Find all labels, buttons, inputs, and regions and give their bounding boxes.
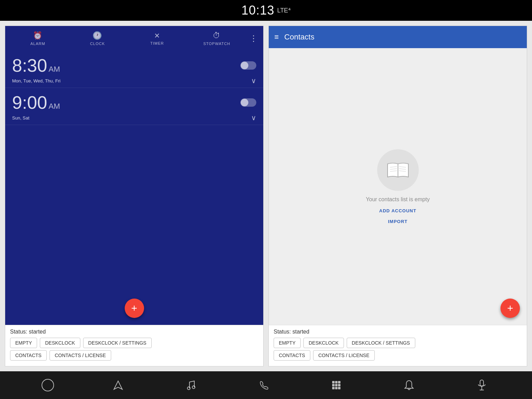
alarm-tab-icon: ⏰ xyxy=(33,31,43,40)
svg-rect-15 xyxy=(332,387,335,389)
alarm-toggle-1[interactable] xyxy=(240,61,256,70)
clock-status: Status: started xyxy=(10,329,258,335)
more-options-button[interactable]: ⋮ xyxy=(247,34,260,43)
contacts-menu-icon[interactable]: ≡ xyxy=(274,33,279,42)
svg-marker-6 xyxy=(114,381,122,389)
clock-btn-contacts-license[interactable]: CONTACTS / LICENSE xyxy=(50,350,111,361)
alarm-days-1: Mon, Tue, Wed, Thu, Fri xyxy=(12,78,61,83)
svg-rect-14 xyxy=(338,384,340,387)
alarm-toggle-knob-2 xyxy=(241,99,248,106)
clock-tab-icon: 🕐 xyxy=(92,31,102,40)
timer-tab-label: TIMER xyxy=(150,41,164,45)
alarm-ampm-2: AM xyxy=(48,102,60,110)
stopwatch-tab-icon: ⏱ xyxy=(213,31,221,40)
stopwatch-tab-label: STOPWATCH xyxy=(203,42,230,46)
contacts-empty-icon xyxy=(377,149,419,191)
contacts-title: Contacts xyxy=(284,33,314,42)
contacts-empty-message: Your contacts list is empty xyxy=(366,196,429,203)
contacts-status: Status: started xyxy=(274,329,522,335)
tab-clock[interactable]: 🕐 CLOCK xyxy=(68,28,127,48)
add-alarm-fab[interactable]: + xyxy=(125,299,144,318)
phone-icon[interactable] xyxy=(255,376,272,394)
open-book-icon xyxy=(386,160,410,180)
svg-rect-16 xyxy=(335,387,338,389)
contacts-btn-contacts-license[interactable]: CONTACTS / LICENSE xyxy=(313,350,375,361)
main-content: ⏰ ALARM 🕐 CLOCK ✕ TIMER ⏱ STOPWATCH ⋮ xyxy=(0,21,532,371)
alarm-time-1: 8:30AM xyxy=(12,56,60,74)
mic-icon[interactable] xyxy=(473,376,490,394)
alarm-tab-label: ALARM xyxy=(30,42,45,46)
contacts-btn-deskclock[interactable]: DESKCLOCK xyxy=(303,338,344,348)
clock-panel-bottom: Status: started EMPTY DESKCLOCK DESKCLOC… xyxy=(5,325,263,366)
alarm-ampm-1: AM xyxy=(48,65,60,73)
contacts-btn-deskclock-settings[interactable]: DESKCLOCK / SETTINGS xyxy=(347,338,415,348)
add-account-button[interactable]: ADD ACCOUNT xyxy=(379,208,416,213)
svg-rect-9 xyxy=(332,381,335,383)
status-bar: 10:13 LTE⁴ xyxy=(0,0,532,21)
alarm-expand-2[interactable]: ∨ xyxy=(251,114,256,122)
contacts-header: ≡ Contacts xyxy=(269,26,527,48)
contacts-panel-bottom: Status: started EMPTY DESKCLOCK DESKCLOC… xyxy=(269,325,527,366)
clock-tabs: ⏰ ALARM 🕐 CLOCK ✕ TIMER ⏱ STOPWATCH ⋮ xyxy=(5,26,263,51)
svg-rect-18 xyxy=(480,380,484,386)
svg-rect-13 xyxy=(335,384,338,387)
svg-rect-10 xyxy=(335,381,338,383)
svg-rect-12 xyxy=(332,384,335,387)
import-button[interactable]: IMPORT xyxy=(388,219,408,224)
alarm-toggle-knob-1 xyxy=(241,62,248,69)
status-signal: LTE⁴ xyxy=(277,7,291,14)
alarm-days-2: Sun, Sat xyxy=(12,115,29,121)
svg-rect-17 xyxy=(338,387,340,389)
contacts-btn-contacts[interactable]: CONTACTS xyxy=(274,350,310,361)
alarm-time-2: 9:00AM xyxy=(12,94,60,112)
tab-alarm[interactable]: ⏰ ALARM xyxy=(8,28,68,48)
alarm-item-1[interactable]: 8:30AM Mon, Tue, Wed, Thu, Fri ∨ xyxy=(5,51,263,88)
contacts-btn-empty[interactable]: EMPTY xyxy=(274,338,301,348)
tab-stopwatch[interactable]: ⏱ STOPWATCH xyxy=(187,28,247,48)
status-time: 10:13 xyxy=(241,3,274,18)
grid-icon[interactable] xyxy=(328,376,345,394)
tab-timer[interactable]: ✕ TIMER xyxy=(127,29,187,48)
svg-rect-11 xyxy=(338,381,340,383)
navigate-icon[interactable] xyxy=(109,376,127,394)
contacts-button-row-2: CONTACTS CONTACTS / LICENSE xyxy=(274,350,522,361)
clock-btn-deskclock[interactable]: DESKCLOCK xyxy=(40,338,80,348)
clock-btn-deskclock-settings[interactable]: DESKCLOCK / SETTINGS xyxy=(83,338,152,348)
timer-tab-icon: ✕ xyxy=(154,32,160,40)
contacts-panel: ≡ Contacts xyxy=(268,26,527,366)
clock-body: 8:30AM Mon, Tue, Wed, Thu, Fri ∨ 9:00AM xyxy=(5,51,263,325)
contacts-body: Your contacts list is empty ADD ACCOUNT … xyxy=(269,48,527,325)
clock-tab-label: CLOCK xyxy=(90,42,105,46)
clock-btn-contacts[interactable]: CONTACTS xyxy=(10,350,47,361)
clock-button-row-2: CONTACTS CONTACTS / LICENSE xyxy=(10,350,258,361)
clock-btn-empty[interactable]: EMPTY xyxy=(10,338,37,348)
alarm-item-2[interactable]: 9:00AM Sun, Sat ∨ xyxy=(5,88,263,125)
alarm-expand-1[interactable]: ∨ xyxy=(251,77,256,85)
music-icon[interactable] xyxy=(182,376,200,394)
clock-button-row-1: EMPTY DESKCLOCK DESKCLOCK / SETTINGS xyxy=(10,338,258,348)
bell-icon[interactable] xyxy=(400,376,418,394)
clock-panel: ⏰ ALARM 🕐 CLOCK ✕ TIMER ⏱ STOPWATCH ⋮ xyxy=(5,26,264,366)
home-button[interactable] xyxy=(42,379,54,391)
alarm-toggle-2[interactable] xyxy=(240,98,256,107)
nav-bar xyxy=(0,371,532,399)
contacts-button-row-1: EMPTY DESKCLOCK DESKCLOCK / SETTINGS xyxy=(274,338,522,348)
add-contact-fab[interactable]: + xyxy=(500,299,520,318)
